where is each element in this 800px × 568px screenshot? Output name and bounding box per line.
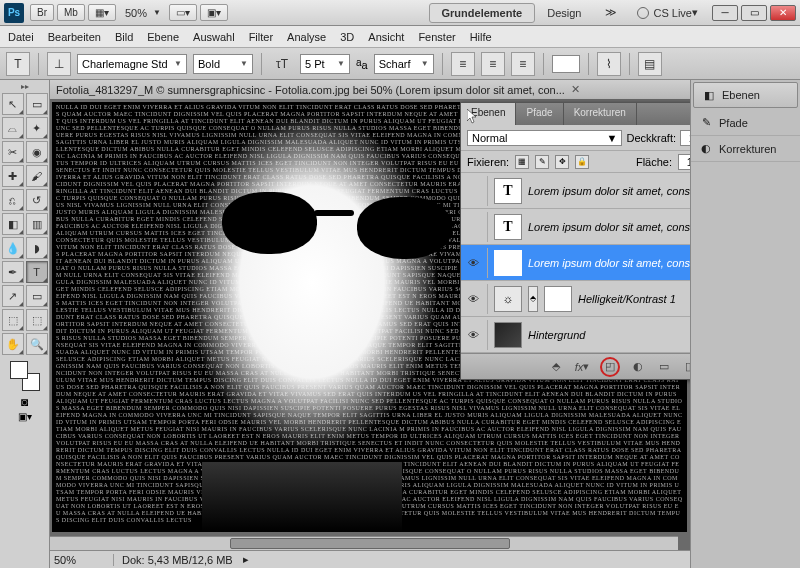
status-zoom[interactable]: 50% (54, 554, 114, 566)
arrange-button[interactable]: ▭▾ (169, 4, 197, 21)
layer-name[interactable]: Lorem ipsum dolor sit amet, conse... (528, 257, 690, 269)
opacity-input[interactable]: 100% (680, 130, 690, 146)
foreground-swatch[interactable] (10, 361, 28, 379)
fill-input[interactable]: 100% (678, 154, 690, 170)
layer-mask-icon[interactable]: ◰ (600, 357, 620, 377)
zoom-tool[interactable]: 🔍 (26, 333, 48, 355)
workspace-grundelemente[interactable]: Grundelemente (429, 3, 536, 23)
brush-tool[interactable]: 🖌 (26, 165, 48, 187)
font-size-combo[interactable]: 5 Pt▼ (300, 54, 350, 74)
dock-korrekturen[interactable]: ◐Korrekturen (691, 136, 800, 162)
menu-filter[interactable]: Filter (249, 31, 273, 43)
menu-fenster[interactable]: Fenster (418, 31, 455, 43)
character-panel-icon[interactable]: ▤ (638, 52, 662, 76)
hand-tool[interactable]: ✋ (2, 333, 24, 355)
lasso-tool[interactable]: ⌓ (2, 117, 24, 139)
layer-name[interactable]: Helligkeit/Kontrast 1 (578, 293, 690, 305)
layer-name[interactable]: Hintergrund (528, 329, 690, 341)
3dcam-tool[interactable]: ⬚ (26, 309, 48, 331)
crop-tool[interactable]: ✂ (2, 141, 24, 163)
layer-name[interactable]: Lorem ipsum dolor sit amet, consectet... (528, 185, 690, 197)
visibility-toggle[interactable]: 👁 (465, 257, 481, 269)
layer-name[interactable]: Lorem ipsum dolor sit amet, consectet... (528, 221, 690, 233)
font-family-combo[interactable]: Charlemagne Std▼ (77, 54, 187, 74)
align-left-icon[interactable]: ≡ (451, 52, 475, 76)
move-tool[interactable]: ↖ (2, 93, 24, 115)
lock-position-icon[interactable]: ✥ (555, 155, 569, 169)
menu-ansicht[interactable]: Ansicht (368, 31, 404, 43)
zoom-label[interactable]: 50% (125, 7, 147, 19)
lock-pixels-icon[interactable]: ✎ (535, 155, 549, 169)
align-center-icon[interactable]: ≡ (481, 52, 505, 76)
layer-row[interactable]: TLorem ipsum dolor sit amet, consectet..… (461, 209, 690, 245)
screenmode-button[interactable]: ▣▾ (200, 4, 228, 21)
stamp-tool[interactable]: ⎌ (2, 189, 24, 211)
path-tool[interactable]: ↗ (2, 285, 24, 307)
shape-tool[interactable]: ▭ (26, 285, 48, 307)
panel-tab-ebenen[interactable]: Ebenen (461, 103, 516, 125)
type-tool[interactable]: T (26, 261, 48, 283)
layer-row[interactable]: 👁☼⬘Helligkeit/Kontrast 1 (461, 281, 690, 317)
window-close[interactable]: ✕ (770, 5, 796, 21)
menu-bearbeiten[interactable]: Bearbeiten (48, 31, 101, 43)
panel-tab-pfade[interactable]: Pfade (516, 103, 563, 125)
wand-tool[interactable]: ✦ (26, 117, 48, 139)
pen-tool[interactable]: ✒ (2, 261, 24, 283)
lock-transparency-icon[interactable]: ▦ (515, 155, 529, 169)
eyedropper-tool[interactable]: ◉ (26, 141, 48, 163)
warp-text-icon[interactable]: ⌇ (597, 52, 621, 76)
layer-fx-icon[interactable]: fx▾ (574, 359, 590, 375)
gradient-tool[interactable]: ▥ (26, 213, 48, 235)
menu-auswahl[interactable]: Auswahl (193, 31, 235, 43)
color-swatches[interactable] (10, 361, 40, 391)
blur-tool[interactable]: 💧 (2, 237, 24, 259)
menu-datei[interactable]: Datei (8, 31, 34, 43)
visibility-toggle[interactable]: 👁 (465, 293, 481, 305)
window-minimize[interactable]: ─ (712, 5, 738, 21)
dock-pfade[interactable]: ✎Pfade (691, 110, 800, 136)
font-weight-combo[interactable]: Bold▼ (193, 54, 253, 74)
menu-analyse[interactable]: Analyse (287, 31, 326, 43)
dock-ebenen[interactable]: ◧Ebenen (693, 82, 798, 108)
link-layers-icon[interactable]: ⬘ (548, 359, 564, 375)
menu-bild[interactable]: Bild (115, 31, 133, 43)
tool-preset-icon[interactable]: T (6, 52, 30, 76)
menu-hilfe[interactable]: Hilfe (470, 31, 492, 43)
eraser-tool[interactable]: ◧ (2, 213, 24, 235)
adjustment-layer-icon[interactable]: ◐ (630, 359, 646, 375)
orientation-icon[interactable]: ⊥ (47, 52, 71, 76)
menu-3d[interactable]: 3D (340, 31, 354, 43)
horizontal-scrollbar[interactable] (50, 536, 678, 550)
visibility-toggle[interactable]: 👁 (465, 329, 481, 341)
screenmode-toggle-icon[interactable]: ▣▾ (18, 411, 32, 422)
heal-tool[interactable]: ✚ (2, 165, 24, 187)
status-docsize[interactable]: Dok: 5,43 MB/12,6 MB (114, 554, 241, 566)
antialias-combo[interactable]: Scharf▼ (374, 54, 434, 74)
close-tab-icon[interactable]: ✕ (571, 83, 580, 96)
layer-row[interactable]: 👁TLorem ipsum dolor sit amet, conse... (461, 245, 690, 281)
quickmask-icon[interactable]: ◙ (21, 395, 28, 409)
workspace-more[interactable]: ≫ (593, 3, 629, 22)
document-tab[interactable]: Fotolia_4813297_M © sumnersgraphicsinc -… (50, 80, 690, 100)
history-tool[interactable]: ↺ (26, 189, 48, 211)
new-layer-icon[interactable]: ◫ (682, 359, 690, 375)
layer-group-icon[interactable]: ▭ (656, 359, 672, 375)
dodge-tool[interactable]: ◗ (26, 237, 48, 259)
window-maximize[interactable]: ▭ (741, 5, 767, 21)
view-extras-button[interactable]: ▦▾ (88, 4, 116, 21)
panel-tab-korrekturen[interactable]: Korrekturen (564, 103, 637, 125)
layer-row[interactable]: 👁Hintergrund🔒 (461, 317, 690, 353)
menu-ebene[interactable]: Ebene (147, 31, 179, 43)
text-color-swatch[interactable] (552, 55, 580, 73)
layer-row[interactable]: TLorem ipsum dolor sit amet, consectet..… (461, 173, 690, 209)
workspace-design[interactable]: Design (535, 4, 593, 22)
blendmode-select[interactable]: Normal▼ (467, 130, 622, 146)
3d-tool[interactable]: ⬚ (2, 309, 24, 331)
lock-all-icon[interactable]: 🔒 (575, 155, 589, 169)
cslive-button[interactable]: CS Live ▾ (637, 6, 698, 19)
align-right-icon[interactable]: ≡ (511, 52, 535, 76)
zoom-menu-icon[interactable]: ▼ (153, 8, 161, 17)
bridge-button[interactable]: Br (30, 4, 54, 21)
marquee-tool[interactable]: ▭ (26, 93, 48, 115)
minibridge-button[interactable]: Mb (57, 4, 85, 21)
